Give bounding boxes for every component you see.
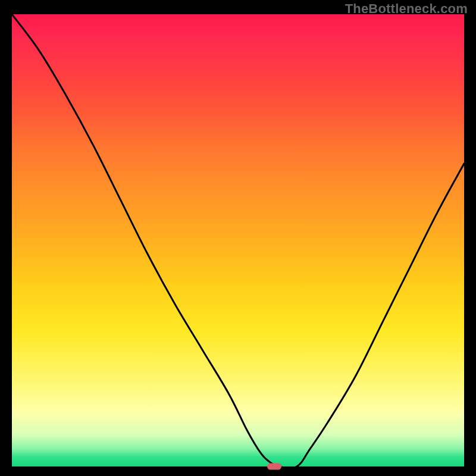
bottleneck-curve [12,14,464,466]
chart-container: TheBottleneck.com [0,0,476,476]
watermark-text: TheBottleneck.com [345,1,468,17]
optimal-marker [267,464,281,470]
plot-area [12,14,464,466]
